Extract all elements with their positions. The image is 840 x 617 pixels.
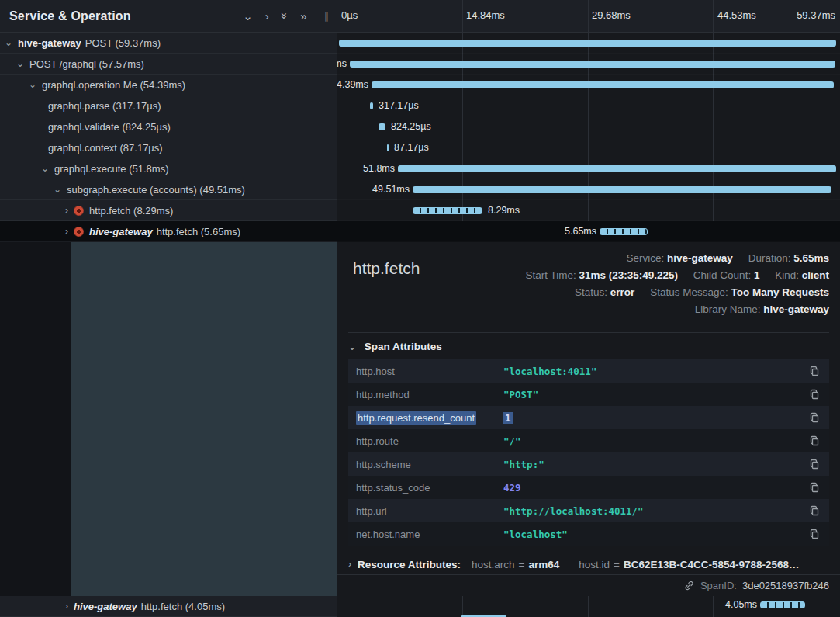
resource-value: BC62E13B-C4CC-5854-9788-2568…: [624, 559, 800, 570]
expanded-row-tint: [71, 242, 337, 596]
caret-down-icon[interactable]: ⌄: [41, 163, 49, 174]
attr-key: http.host: [356, 366, 503, 377]
span-bar[interactable]: [370, 102, 373, 109]
copy-icon[interactable]: [807, 411, 821, 425]
tree-row[interactable]: graphql.context (87.17µs): [0, 137, 337, 158]
duration-label: 49.51ms: [372, 184, 410, 195]
child-count-value: 1: [754, 269, 760, 281]
caret-right-icon[interactable]: ›: [65, 601, 68, 612]
span-label: graphql.parse (317.17µs): [48, 100, 161, 112]
span-bar[interactable]: [600, 228, 648, 235]
span-bar[interactable]: [760, 601, 805, 608]
caret-right-icon[interactable]: ›: [65, 205, 68, 216]
caret-down-icon[interactable]: ⌄: [29, 79, 36, 90]
caret-down-icon[interactable]: ⌄: [16, 58, 24, 69]
column-resize-handle[interactable]: ∥: [324, 10, 330, 22]
kind-value: client: [802, 269, 829, 281]
duration-label: 54.39ms: [337, 79, 368, 90]
tree-row[interactable]: › hive-gateway http.fetch (4.05ms): [0, 596, 337, 617]
timeline-row: 49.51ms: [337, 179, 840, 200]
span-attributes-header[interactable]: ⌄ Span Attributes: [348, 341, 442, 352]
caret-down-icon[interactable]: ⌄: [54, 184, 61, 195]
attr-row: http.scheme "http:": [348, 452, 829, 476]
span-bar[interactable]: [372, 81, 834, 88]
span-bar[interactable]: [413, 207, 482, 214]
resource-attributes-title[interactable]: Resource Attributes:: [358, 559, 461, 570]
span-name-panel: Service & Operation ⌄ › » » ∥ ⌄ hive-gat…: [0, 0, 337, 617]
span-bar[interactable]: [398, 165, 836, 172]
timeline-rows: 57.57ms 54.39ms 317.17µs 824.25µs 87.17µ…: [337, 33, 840, 242]
span-id-label: SpanID:: [700, 580, 737, 591]
attr-key: http.scheme: [356, 459, 503, 470]
timeline-row: 54.39ms: [337, 75, 840, 95]
start-time-value: 31ms (23:35:49.225): [579, 269, 678, 281]
span-label: http.fetch (8.29ms): [89, 205, 173, 217]
copy-icon[interactable]: [807, 457, 821, 471]
timeline-row: 317.17µs: [337, 95, 840, 116]
span-detail-panel: http.fetch Service: hive-gateway Duratio…: [337, 242, 840, 596]
span-bar[interactable]: [350, 61, 835, 68]
copy-icon[interactable]: [807, 480, 821, 494]
attr-value: "/": [503, 435, 807, 447]
attr-key: http.method: [356, 389, 503, 400]
link-icon[interactable]: [683, 580, 695, 591]
attr-row: http.method "POST": [348, 383, 829, 406]
resource-value: arm64: [528, 559, 559, 570]
caret-down-icon[interactable]: ⌄: [5, 37, 12, 48]
collapse-one-icon[interactable]: ⌄: [243, 10, 253, 22]
child-count-label: Child Count:: [693, 269, 751, 281]
tree-row[interactable]: ⌄ subgraph.execute (accounts) (49.51ms): [0, 179, 337, 200]
caret-right-icon: ›: [348, 559, 351, 570]
status-value: error: [610, 286, 635, 298]
tree-row-root[interactable]: ⌄ hive-gateway POST (59.37ms): [0, 33, 337, 54]
tree-row[interactable]: › http.fetch (8.29ms): [0, 200, 337, 221]
attr-key: net.host.name: [356, 529, 503, 540]
divider: [348, 332, 829, 333]
timeline-row: 824.25µs: [337, 116, 840, 137]
tree-row[interactable]: ⌄ POST /graphql (57.57ms): [0, 54, 337, 75]
tree-row[interactable]: ⌄ graphql.operation Me (54.39ms): [0, 75, 337, 95]
meta-line-3: Status: error Status Message: Too Many R…: [525, 284, 829, 301]
meta-line-4: Library Name: hive-gateway: [525, 301, 829, 318]
library-name-value: hive-gateway: [763, 303, 829, 315]
attr-value: "localhost:4011": [503, 366, 807, 377]
duration-label: 87.17µs: [394, 142, 429, 153]
copy-icon[interactable]: [807, 364, 821, 378]
span-bar[interactable]: [339, 40, 836, 47]
ruler-tick: 0µs: [341, 9, 358, 21]
tree-row[interactable]: graphql.parse (317.17µs): [0, 95, 337, 116]
span-bar[interactable]: [379, 123, 385, 130]
left-panel-header: Service & Operation ⌄ › » » ∥: [0, 0, 337, 33]
caret-down-icon: ⌄: [348, 341, 356, 352]
copy-icon[interactable]: [807, 527, 821, 541]
collapse-all-icon[interactable]: »: [278, 12, 290, 19]
attr-row: http.status_code 429: [348, 476, 829, 499]
expand-all-icon[interactable]: »: [300, 10, 306, 22]
copy-icon[interactable]: [807, 387, 821, 401]
tree-row[interactable]: ⌄ graphql.execute (51.8ms): [0, 158, 337, 179]
timeline-row: 8.29ms: [337, 200, 840, 221]
span-meta: Service: hive-gateway Duration: 5.65ms S…: [525, 250, 829, 318]
duration-label: 57.57ms: [337, 58, 347, 69]
copy-icon[interactable]: [807, 504, 821, 518]
start-time-label: Start Time:: [525, 269, 576, 281]
attr-value: "http://localhost:4011/": [503, 505, 807, 517]
service-label: Service:: [627, 252, 665, 264]
tree-row[interactable]: graphql.validate (824.25µs): [0, 116, 337, 137]
tree-row-selected[interactable]: › hive-gateway http.fetch (5.65ms): [0, 221, 337, 242]
span-label: subgraph.execute (accounts) (49.51ms): [67, 184, 245, 196]
attr-value: "http:": [503, 459, 807, 470]
caret-right-icon[interactable]: ›: [65, 226, 68, 237]
resource-attributes-row: › Resource Attributes: host.arch = arm64…: [348, 555, 829, 574]
span-label: POST /graphql (57.57ms): [29, 58, 144, 70]
span-bar[interactable]: [413, 186, 831, 193]
expand-one-icon[interactable]: ›: [265, 10, 269, 22]
span-bar[interactable]: [387, 144, 389, 151]
attr-value: 1: [503, 412, 807, 424]
attr-key: http.status_code: [356, 482, 503, 494]
span-id-value: 3de02518937fb246: [742, 580, 829, 591]
error-status-icon: [74, 227, 84, 237]
span-label: http.fetch (4.05ms): [141, 601, 225, 612]
copy-icon[interactable]: [807, 434, 821, 448]
ruler-tick: 44.53ms: [717, 9, 756, 21]
